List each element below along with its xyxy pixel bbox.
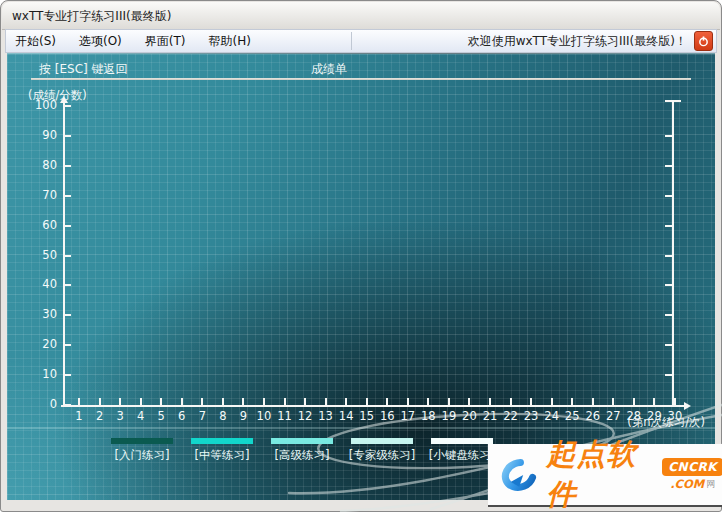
- x-tick: [510, 398, 512, 405]
- legend-color-bar: [271, 438, 333, 444]
- y-tick-label: 20: [23, 337, 57, 351]
- x-tick: [119, 398, 121, 405]
- right-axis-tick: [665, 374, 673, 376]
- x-tick: [242, 398, 244, 405]
- brand-text: 起点软件: [546, 435, 657, 512]
- right-axis-tick: [665, 165, 673, 167]
- y-tick: [64, 165, 71, 167]
- x-tick: [571, 398, 573, 405]
- x-tick-label: 23: [520, 409, 542, 423]
- x-tick: [345, 398, 347, 405]
- x-tick: [99, 398, 101, 405]
- cncrk-watermark: 起点软件 CNCRK .COM 网: [488, 444, 722, 507]
- x-tick-label: 22: [500, 409, 522, 423]
- right-axis-tick: [665, 195, 673, 197]
- menu-item-1[interactable]: 选项(O): [70, 30, 131, 53]
- x-tick: [427, 398, 429, 405]
- x-tick: [140, 398, 142, 405]
- x-tick: [366, 398, 368, 405]
- right-axis-tick: [665, 225, 673, 227]
- x-tick-label: 18: [417, 409, 439, 423]
- x-tick-label: 20: [458, 409, 480, 423]
- x-tick: [78, 398, 80, 405]
- x-tick: [448, 398, 450, 405]
- x-tick-label: 14: [335, 409, 357, 423]
- menu-item-0[interactable]: 开始(S): [6, 30, 65, 53]
- x-tick: [263, 398, 265, 405]
- y-tick-label: 40: [23, 277, 57, 291]
- y-tick-label: 80: [23, 158, 57, 172]
- menu-item-3[interactable]: 帮助(H): [200, 30, 260, 53]
- x-tick: [674, 398, 676, 405]
- x-tick: [653, 398, 655, 405]
- x-tick: [592, 398, 594, 405]
- x-axis-line: [61, 405, 685, 407]
- x-tick: [284, 398, 286, 405]
- x-tick-label: 1: [68, 409, 90, 423]
- right-axis-cap: [665, 100, 681, 102]
- x-tick-label: 5: [150, 409, 172, 423]
- y-axis-title: (成绩/分数): [28, 88, 87, 103]
- y-tick-label: 70: [23, 188, 57, 202]
- y-tick: [64, 225, 71, 227]
- legend-color-bar: [431, 438, 493, 444]
- legend-color-bar: [351, 438, 413, 444]
- x-tick: [489, 398, 491, 405]
- x-tick-label: 7: [191, 409, 213, 423]
- app-window: wxTT专业打字练习III(最终版) 开始(S)选项(O)界面(T)帮助(H) …: [0, 0, 722, 512]
- y-tick: [64, 255, 71, 257]
- x-tick-label: 24: [541, 409, 563, 423]
- y-tick-label: 0: [23, 397, 57, 411]
- x-tick-label: 3: [109, 409, 131, 423]
- brand-badge-group: CNCRK .COM 网: [662, 458, 722, 491]
- y-tick-label: 30: [23, 307, 57, 321]
- menu-item-2[interactable]: 界面(T): [136, 30, 195, 53]
- x-tick-label: 25: [561, 409, 583, 423]
- right-axis-tick: [665, 344, 673, 346]
- power-button[interactable]: [694, 31, 713, 51]
- header-underline: [31, 78, 691, 80]
- x-tick-label: 21: [479, 409, 501, 423]
- x-tick-label: 17: [397, 409, 419, 423]
- badge-suffix: 网: [706, 478, 715, 491]
- y-tick-label: 60: [23, 218, 57, 232]
- badge-cncrk: CNCRK: [662, 458, 722, 476]
- welcome-text: 欢迎使用wxTT专业打字练习III(最终版)！: [468, 33, 687, 50]
- x-tick-label: 8: [212, 409, 234, 423]
- x-tick: [181, 398, 183, 405]
- x-tick-label: 16: [376, 409, 398, 423]
- y-tick: [64, 135, 71, 137]
- x-tick-label: 11: [274, 409, 296, 423]
- x-tick: [325, 398, 327, 405]
- power-icon: [698, 36, 709, 47]
- x-tick: [612, 398, 614, 405]
- legend-color-bar: [111, 438, 173, 444]
- score-sheet-title: 成绩单: [311, 61, 347, 78]
- title-bar[interactable]: wxTT专业打字练习III(最终版): [2, 2, 720, 30]
- x-tick: [551, 398, 553, 405]
- x-tick: [160, 398, 162, 405]
- x-tick-label: 2: [89, 409, 111, 423]
- y-tick: [64, 374, 71, 376]
- x-tick-label: 9: [232, 409, 254, 423]
- y-tick: [64, 314, 71, 316]
- x-tick-label: 12: [294, 409, 316, 423]
- x-tick-label: 10: [253, 409, 275, 423]
- screenshot-stage: wxTT专业打字练习III(最终版) 开始(S)选项(O)界面(T)帮助(H) …: [0, 0, 722, 512]
- x-tick: [530, 398, 532, 405]
- x-tick: [386, 398, 388, 405]
- swoosh-circle-icon: [498, 452, 540, 498]
- right-axis-tick: [665, 135, 673, 137]
- y-tick: [64, 404, 71, 406]
- y-tick: [64, 344, 71, 346]
- x-tick: [201, 398, 203, 405]
- y-tick-label: 90: [23, 128, 57, 142]
- legend-color-bar: [191, 438, 253, 444]
- menubar-divider: [351, 32, 352, 50]
- x-tick-label: 15: [356, 409, 378, 423]
- esc-return-hint: 按 [ESC] 键返回: [39, 61, 128, 78]
- x-tick: [407, 398, 409, 405]
- x-tick-label: 4: [130, 409, 152, 423]
- right-axis-tick: [665, 314, 673, 316]
- y-tick: [64, 284, 71, 286]
